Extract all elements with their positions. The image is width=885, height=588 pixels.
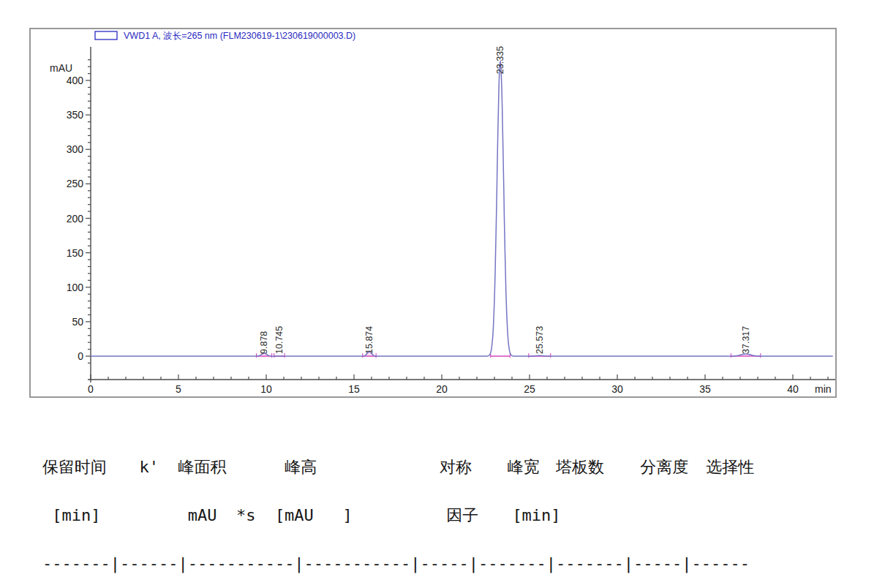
x-axis-tick-label: 10 bbox=[260, 383, 272, 395]
table-header-line2: [min] mAU *s [mAU ] 因子 [min] bbox=[42, 508, 847, 524]
legend-swatch bbox=[95, 31, 117, 39]
col-header-selectivity: 选择性 bbox=[706, 459, 754, 475]
x-axis-unit-label: min bbox=[815, 383, 832, 395]
peak-label: 37.317 bbox=[741, 326, 751, 354]
peak-label: 10.745 bbox=[274, 326, 285, 354]
chromatogram-panel: 050100150200250300350400mAU0510152025303… bbox=[29, 28, 837, 398]
peak-results-table: 保留时间 k' 峰面积 峰高 对称 峰宽 塔板数 分离度 选择性 [min] m… bbox=[42, 427, 847, 588]
col-unit-area: mAU *s bbox=[188, 508, 256, 524]
col-header-plates: 塔板数 bbox=[556, 459, 604, 475]
legend-label: VWD1 A, 波长=265 nm (FLM230619-1\230619000… bbox=[124, 31, 355, 41]
y-axis-tick-label: 350 bbox=[67, 109, 84, 121]
peak-label: 23.335 bbox=[495, 46, 505, 74]
y-axis-tick-label: 0 bbox=[78, 350, 83, 362]
col-header-resolution: 分离度 bbox=[640, 459, 688, 475]
x-axis-tick-label: 30 bbox=[611, 383, 623, 395]
col-header-peak-area: 峰面积 bbox=[178, 459, 226, 475]
x-axis-tick-label: 0 bbox=[88, 383, 94, 395]
x-axis-tick-label: 5 bbox=[176, 383, 181, 395]
y-axis-tick-label: 100 bbox=[67, 282, 84, 293]
chromatogram-chart: 050100150200250300350400mAU0510152025303… bbox=[31, 29, 835, 396]
col-unit-width-min: [min] bbox=[512, 508, 560, 524]
col-header-k-prime: k' bbox=[139, 459, 159, 475]
y-axis-tick-label: 250 bbox=[67, 178, 84, 189]
y-axis-tick-label: 150 bbox=[67, 247, 84, 259]
x-axis-tick-label: 40 bbox=[787, 383, 799, 395]
y-axis-tick-label: 200 bbox=[67, 213, 84, 225]
signal-trace bbox=[91, 61, 833, 356]
table-separator: -------|------|-----------|-----------|-… bbox=[42, 556, 847, 572]
x-axis-tick-label: 20 bbox=[436, 383, 448, 395]
y-axis-unit-label: mAU bbox=[50, 62, 72, 74]
x-axis-tick-label: 15 bbox=[348, 383, 360, 395]
peak-label: 25.573 bbox=[535, 326, 545, 354]
col-header-peak-height: 峰高 bbox=[285, 459, 317, 475]
y-axis-tick-label: 300 bbox=[67, 143, 84, 155]
y-axis-tick-label: 400 bbox=[67, 75, 84, 86]
col-header-peak-width: 峰宽 bbox=[508, 459, 540, 475]
col-unit-symmetry: 因子 bbox=[446, 508, 478, 524]
col-unit-height: [mAU ] bbox=[275, 508, 353, 524]
peak-label: 9.878 bbox=[259, 331, 269, 354]
col-header-retention-time: 保留时间 bbox=[42, 459, 107, 475]
chromatogram-report-page: 050100150200250300350400mAU0510152025303… bbox=[0, 0, 885, 588]
col-unit-retention-min: [min] bbox=[52, 508, 100, 524]
col-header-symmetry: 对称 bbox=[440, 459, 472, 475]
y-axis-tick-label: 50 bbox=[72, 316, 83, 328]
x-axis-tick-label: 35 bbox=[699, 383, 711, 395]
peak-label: 15.874 bbox=[364, 326, 374, 354]
x-axis-tick-label: 25 bbox=[524, 383, 535, 395]
table-header-line1: 保留时间 k' 峰面积 峰高 对称 峰宽 塔板数 分离度 选择性 bbox=[42, 459, 847, 475]
